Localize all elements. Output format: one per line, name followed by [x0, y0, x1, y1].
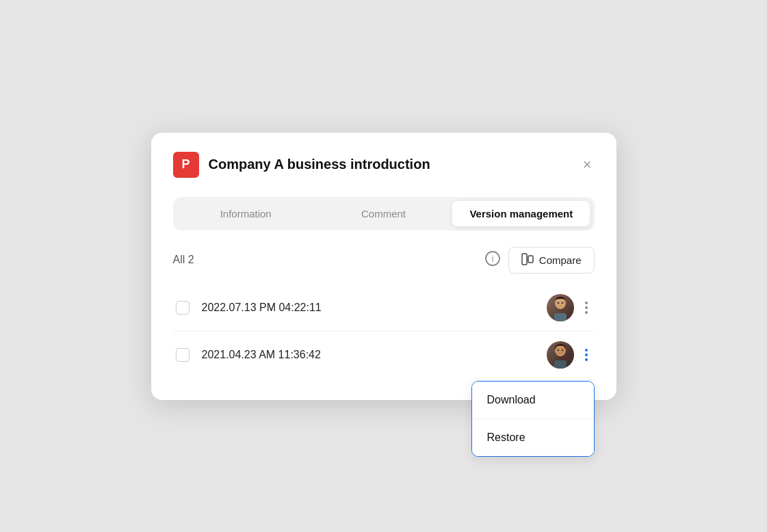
- svg-rect-2: [522, 254, 527, 265]
- svg-rect-16: [554, 360, 567, 369]
- dropdown-item-download[interactable]: Download: [472, 382, 594, 418]
- version-checkbox-2[interactable]: [176, 348, 190, 362]
- svg-rect-10: [554, 313, 567, 321]
- modal-header: P Company A business introduction ×: [173, 152, 595, 178]
- toolbar-right: i Compare: [485, 247, 595, 274]
- version-dropdown-menu: Download Restore: [471, 381, 595, 457]
- svg-point-15: [561, 349, 563, 351]
- svg-point-14: [557, 349, 559, 351]
- tab-information[interactable]: Information: [177, 201, 315, 226]
- vertical-dots-icon-2: [585, 349, 588, 361]
- svg-point-9: [561, 302, 563, 304]
- version-row-right-2: [547, 341, 592, 369]
- more-button-1[interactable]: [581, 299, 592, 317]
- tab-comment[interactable]: Comment: [315, 201, 452, 226]
- version-checkbox-1[interactable]: [176, 301, 190, 315]
- version-date-1: 2022.07.13 PM 04:22:11: [202, 302, 547, 314]
- modal-title: Company A business introduction: [209, 157, 430, 172]
- avatar-1: [547, 294, 574, 321]
- version-row-right-1: [547, 294, 592, 321]
- header-left: P Company A business introduction: [173, 152, 430, 178]
- version-date-2: 2021.04.23 AM 11:36:42: [202, 349, 547, 361]
- tab-version-management[interactable]: Version management: [452, 201, 590, 226]
- info-icon-button[interactable]: i: [485, 251, 500, 269]
- version-toolbar: All 2 i Compare: [173, 247, 595, 274]
- svg-rect-3: [528, 256, 533, 263]
- svg-text:i: i: [491, 254, 493, 264]
- compare-icon: [521, 253, 534, 267]
- close-icon: ×: [583, 156, 592, 173]
- svg-point-13: [556, 345, 565, 356]
- version-row: 2022.07.13 PM 04:22:11: [173, 284, 595, 332]
- close-button[interactable]: ×: [580, 155, 595, 175]
- more-button-2[interactable]: [581, 346, 592, 364]
- tab-bar: Information Comment Version management: [173, 197, 595, 230]
- version-list: 2022.07.13 PM 04:22:11: [173, 284, 595, 378]
- modal-container: P Company A business introduction × Info…: [151, 133, 616, 400]
- file-icon: P: [173, 152, 199, 178]
- version-count-label: All 2: [173, 254, 194, 266]
- vertical-dots-icon-1: [585, 302, 588, 314]
- svg-point-8: [557, 302, 559, 304]
- avatar-2: [547, 341, 574, 369]
- info-icon: i: [485, 251, 500, 269]
- version-row-2: 2021.04.23 AM 11:36:42: [173, 332, 595, 378]
- dropdown-item-restore[interactable]: Restore: [472, 418, 594, 456]
- compare-button[interactable]: Compare: [508, 247, 595, 274]
